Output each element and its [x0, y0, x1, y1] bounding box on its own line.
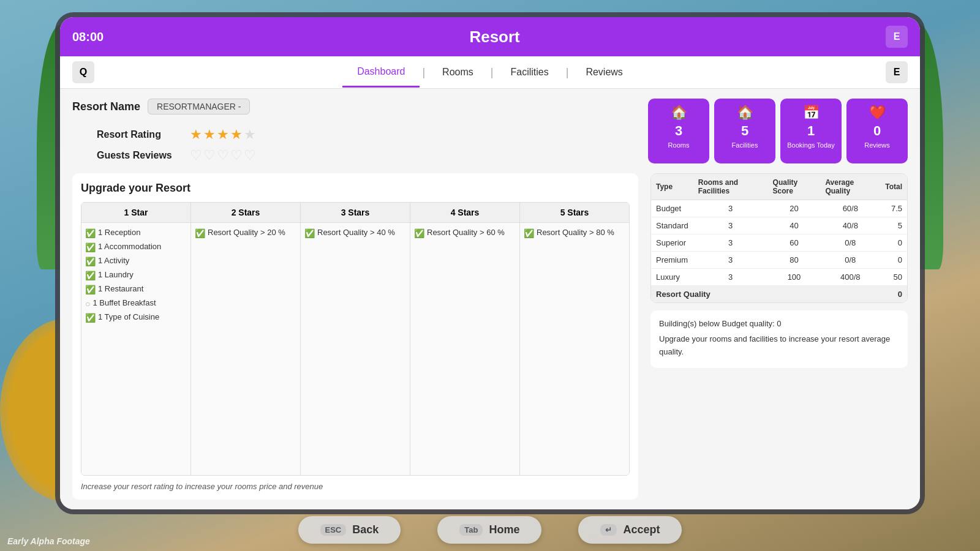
col-1star-body: ✅ 1 Reception ✅ 1 Accommodation ✅ 1 Acti… — [81, 223, 190, 475]
heart-3: ♡ — [217, 148, 229, 163]
stat-card-rooms[interactable]: 🏠 3 Rooms — [648, 99, 709, 163]
nav-e-button[interactable]: E — [886, 61, 908, 83]
td-premium-type: Premium — [651, 252, 693, 269]
home-button[interactable]: Tab Home — [437, 516, 541, 544]
tab-reviews[interactable]: Reviews — [571, 58, 637, 86]
check-icon-2star: ✅ — [195, 228, 205, 238]
item-cuisine: ✅ 1 Type of Cuisine — [85, 312, 187, 323]
accept-label: Accept — [623, 523, 660, 536]
buildings-info: Building(s) below Budget quality: 0 Upgr… — [650, 310, 908, 368]
col-3stars-header: 3 Stars — [301, 203, 410, 223]
check-icon-accommodation: ✅ — [85, 242, 96, 252]
upgrade-section: Upgrade your Resort 1 Star ✅ 1 Reception — [72, 173, 638, 500]
td-premium-total: 0 — [880, 252, 907, 269]
guests-reviews-row: Guests Reviews ♡ ♡ ♡ ♡ ♡ — [97, 148, 636, 163]
back-key: ESC — [320, 524, 347, 536]
col-2stars-header: 2 Stars — [191, 203, 300, 223]
check-icon-5star: ✅ — [524, 228, 534, 238]
resort-name-value[interactable]: RESORTMANAGER - — [148, 99, 250, 114]
resort-rating-stars: ★ ★ ★ ★ ★ — [190, 127, 256, 143]
item-buffet: ○ 1 Buffet Breakfast — [85, 298, 187, 309]
accept-button[interactable]: ↵ Accept — [578, 516, 682, 544]
td-resort-quality-label: Resort Quality — [651, 286, 880, 303]
buildings-below-budget-row: Building(s) below Budget quality: 0 — [659, 318, 899, 331]
quality-section: Type Rooms and Facilities Quality Score … — [650, 173, 908, 500]
td-premium-qs: 80 — [768, 252, 821, 269]
td-superior-qs: 60 — [768, 234, 821, 252]
td-superior-total: 0 — [880, 234, 907, 252]
watermark: Early Alpha Footage — [7, 536, 90, 546]
td-superior-type: Superior — [651, 234, 693, 252]
upgrade-title: Upgrade your Resort — [81, 182, 630, 195]
col-2stars-body: ✅ Resort Quality > 20 % — [191, 223, 300, 475]
check-icon-activity: ✅ — [85, 257, 96, 266]
reviews-label: Reviews — [864, 141, 890, 149]
td-superior-aq: 0/8 — [820, 234, 880, 252]
quality-table: Type Rooms and Facilities Quality Score … — [650, 173, 908, 303]
back-label: Back — [352, 523, 379, 536]
e-button[interactable]: E — [886, 26, 908, 48]
td-standard-rf: 3 — [693, 217, 768, 234]
check-icon-restaurant: ✅ — [85, 285, 96, 294]
stars-grid: 1 Star ✅ 1 Reception ✅ 1 Accommodation — [81, 202, 630, 476]
td-budget-qs: 20 — [768, 200, 821, 217]
check-icon-cuisine: ✅ — [85, 313, 96, 323]
tab-dashboard[interactable]: Dashboard — [342, 58, 420, 88]
nav-sep-3: | — [564, 66, 571, 79]
col-4stars-header: 4 Stars — [410, 203, 519, 223]
td-standard-total: 5 — [880, 217, 907, 234]
star-5: ★ — [244, 127, 256, 143]
q-button[interactable]: Q — [72, 61, 94, 83]
col-2stars: 2 Stars ✅ Resort Quality > 20 % — [191, 203, 301, 475]
stat-cards: 🏠 3 Rooms 🏠 5 Facilities 📅 1 Bookings To… — [648, 99, 908, 163]
item-laundry: ✅ 1 Laundry — [85, 270, 187, 280]
td-superior-rf: 3 — [693, 234, 768, 252]
bookings-icon: 📅 — [803, 105, 820, 121]
col-5stars-body: ✅ Resort Quality > 80 % — [520, 223, 629, 475]
item-4star-quality: ✅ Resort Quality > 60 % — [414, 228, 516, 238]
reviews-count: 0 — [873, 123, 881, 139]
td-resort-quality-value: 0 — [880, 286, 907, 303]
td-budget-rf: 3 — [693, 200, 768, 217]
td-premium-aq: 0/8 — [820, 252, 880, 269]
item-accommodation: ✅ 1 Accommodation — [85, 242, 187, 252]
rooms-icon: 🏠 — [671, 105, 687, 121]
check-icon-laundry: ✅ — [85, 271, 96, 280]
buildings-below-value: 0 — [777, 319, 781, 328]
stat-card-bookings[interactable]: 📅 1 Bookings Today — [780, 99, 842, 163]
th-total: Total — [880, 174, 907, 200]
item-2star-quality: ✅ Resort Quality > 20 % — [195, 228, 296, 238]
item-activity: ✅ 1 Activity — [85, 256, 187, 266]
td-premium-rf: 3 — [693, 252, 768, 269]
rating-section: Resort Rating ★ ★ ★ ★ ★ Guests Reviews — [97, 127, 636, 163]
facilities-count: 5 — [741, 123, 748, 139]
accept-key: ↵ — [600, 524, 617, 536]
tab-rooms[interactable]: Rooms — [428, 58, 488, 86]
star-3: ★ — [217, 127, 229, 143]
circle-icon-buffet: ○ — [85, 299, 90, 309]
td-budget-aq: 60/8 — [820, 200, 880, 217]
resort-rating-label: Resort Rating — [97, 129, 183, 140]
bookings-label: Bookings Today — [787, 141, 834, 149]
col-3stars-body: ✅ Resort Quality > 40 % — [301, 223, 410, 475]
guests-reviews-label: Guests Reviews — [97, 150, 183, 161]
stat-card-reviews[interactable]: ❤️ 0 Reviews — [846, 99, 908, 163]
table-row-standard: Standard 3 40 40/8 5 — [651, 217, 907, 234]
td-budget-total: 7.5 — [880, 200, 907, 217]
td-standard-type: Standard — [651, 217, 693, 234]
back-button[interactable]: ESC Back — [298, 516, 401, 544]
th-rooms-facilities: Rooms and Facilities — [693, 174, 768, 200]
heart-2: ♡ — [203, 148, 216, 163]
stat-card-facilities[interactable]: 🏠 5 Facilities — [714, 99, 775, 163]
inner-window: 08:00 Resort E Q Dashboard | Rooms | Fac… — [60, 17, 920, 509]
upgrade-hint: Increase your resort rating to increase … — [81, 482, 630, 491]
col-3stars: 3 Stars ✅ Resort Quality > 40 % — [301, 203, 410, 475]
tab-facilities[interactable]: Facilities — [496, 58, 563, 86]
table-row-budget: Budget 3 20 60/8 7.5 — [651, 200, 907, 217]
resort-info: Resort Name RESORTMANAGER - Resort Ratin… — [72, 99, 636, 163]
star-2: ★ — [203, 127, 216, 143]
nav-sep-2: | — [488, 66, 496, 79]
upgrade-rooms-hint: Upgrade your rooms and facilities to inc… — [659, 333, 899, 359]
nav-sep-1: | — [420, 66, 428, 79]
table-row-luxury: Luxury 3 100 400/8 50 — [651, 269, 907, 286]
